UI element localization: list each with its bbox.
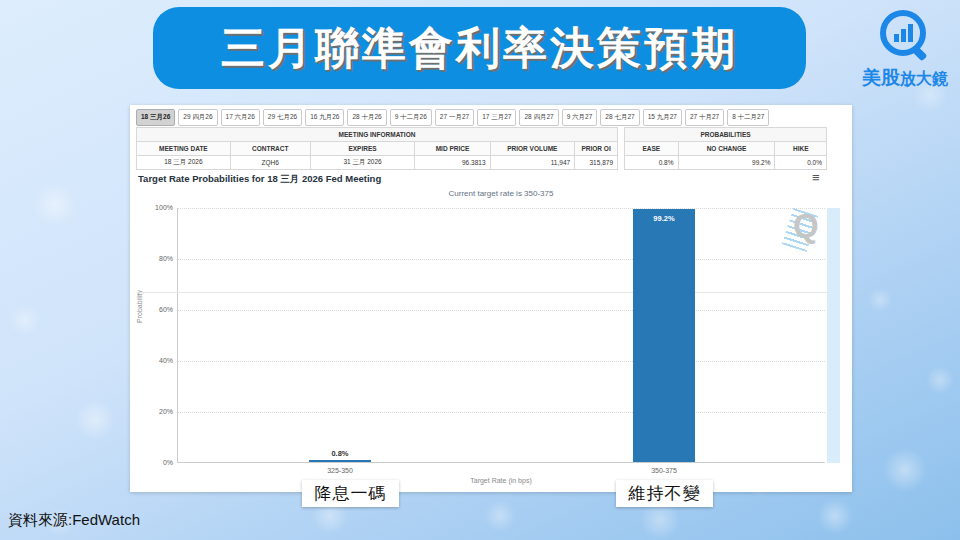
table-cell: 11,947: [490, 156, 575, 170]
meeting-tab[interactable]: 28 四月27: [519, 109, 558, 126]
column-header: NO CHANGE: [678, 142, 775, 156]
meeting-tab[interactable]: 27 十月27: [685, 109, 724, 126]
table-cell: 31 三月 2026: [310, 156, 415, 170]
meeting-tab[interactable]: 28 七月27: [600, 109, 639, 126]
bar-value-label: 99.2%: [633, 214, 695, 223]
y-tick-label: 0%: [143, 459, 173, 466]
meeting-information-table: MEETING INFORMATIONMEETING DATECONTRACTE…: [136, 127, 618, 170]
magnifier-chart-icon: [874, 8, 936, 66]
column-header: MID PRICE: [415, 142, 490, 156]
brand-name-part2: 放大鏡: [900, 70, 948, 87]
tab-strip: 18 三月2629 四月2617 六月2629 七月2616 九月2628 十月…: [136, 109, 769, 126]
y-tick-label: 100%: [143, 204, 173, 211]
watermark-magnifier-icon: Q: [793, 207, 819, 245]
meeting-tab[interactable]: 29 四月26: [178, 109, 217, 126]
meeting-tab[interactable]: 15 九月27: [643, 109, 682, 126]
meeting-tab[interactable]: 16 九月26: [305, 109, 344, 126]
bar-350-375[interactable]: [633, 209, 695, 462]
column-header: MEETING DATE: [137, 142, 231, 156]
probabilities-table: PROBABILITIESEASENO CHANGEHIKE0.8%99.2%0…: [624, 127, 827, 170]
chart-title: Target Rate Probabilities for 18 三月 2026…: [138, 173, 381, 186]
y-tick-label: 40%: [143, 357, 173, 364]
fedwatch-widget: 18 三月2629 四月2617 六月2629 七月2616 九月2628 十月…: [130, 105, 852, 492]
column-header: PRIOR OI: [575, 142, 618, 156]
y-tick-label: 20%: [143, 408, 173, 415]
meeting-tab[interactable]: 29 七月26: [263, 109, 302, 126]
gridline: [178, 310, 825, 311]
meeting-tab[interactable]: 9 十二月26: [390, 109, 432, 126]
meeting-tab[interactable]: 17 六月26: [221, 109, 260, 126]
y-tick-label: 60%: [143, 306, 173, 313]
table-cell: 315,879: [575, 156, 618, 170]
x-tick-label: 350-375: [624, 467, 704, 474]
column-header: CONTRACT: [230, 142, 310, 156]
meeting-tab[interactable]: 28 十月26: [347, 109, 386, 126]
gridline: [178, 361, 825, 362]
title-banner: 三月聯準會利率決策預期: [153, 7, 806, 89]
gridline: [178, 259, 825, 260]
meeting-tab[interactable]: 17 三月27: [477, 109, 516, 126]
column-header: HIKE: [775, 142, 827, 156]
table-row: 18 三月 2026ZQH631 三月 202696.381311,947315…: [137, 156, 618, 170]
chart-menu-icon[interactable]: ≡: [812, 171, 820, 184]
table-cell: 99.2%: [678, 156, 775, 170]
section-divider: [137, 292, 839, 293]
table-cell: 0.8%: [625, 156, 679, 170]
x-axis-label: Target Rate (in bps): [177, 477, 825, 484]
meeting-tab[interactable]: 18 三月26: [136, 109, 175, 126]
data-source: 資料來源:FedWatch: [8, 511, 140, 530]
column-header: PRIOR VOLUME: [490, 142, 575, 156]
chart-subtitle: Current target rate is 350-375: [177, 189, 825, 198]
brand-name-part1: 美股: [862, 67, 900, 88]
gridline: [178, 208, 825, 209]
x-tick-label: 325-350: [300, 467, 380, 474]
table-row: 0.8%99.2%0.0%: [625, 156, 827, 170]
bar-value-label: 0.8%: [309, 449, 371, 458]
bar-325-350[interactable]: [309, 460, 371, 462]
meeting-tab[interactable]: 8 十二月27: [727, 109, 769, 126]
brand-name: 美股放大鏡: [853, 68, 957, 87]
table-group-header: PROBABILITIES: [625, 128, 827, 142]
table-cell: 0.0%: [775, 156, 827, 170]
column-header: EXPIRES: [310, 142, 415, 156]
watermark: Q: [785, 205, 831, 255]
column-header: EASE: [625, 142, 679, 156]
table-cell: ZQH6: [230, 156, 310, 170]
plot-area: 0%20%40%60%80%100%0.8%325-35099.2%350-37…: [177, 208, 825, 463]
table-group-header: MEETING INFORMATION: [137, 128, 618, 142]
page-title: 三月聯準會利率決策預期: [221, 19, 738, 78]
slide: 三月聯準會利率決策預期 美股放大鏡 18 三月2629 四月2617 六月262…: [0, 0, 960, 540]
y-tick-label: 80%: [143, 255, 173, 262]
table-cell: 18 三月 2026: [137, 156, 231, 170]
meeting-tab[interactable]: 27 一月27: [435, 109, 474, 126]
table-cell: 96.3813: [415, 156, 490, 170]
y-axis-label: Probability: [136, 290, 143, 323]
meeting-tab[interactable]: 9 六月27: [562, 109, 598, 126]
brand-logo: 美股放大鏡: [853, 8, 957, 87]
annotation-rate-cut: 降息一碼: [302, 480, 399, 507]
gridline: [178, 412, 825, 413]
annotation-no-change: 維持不變: [616, 480, 713, 507]
